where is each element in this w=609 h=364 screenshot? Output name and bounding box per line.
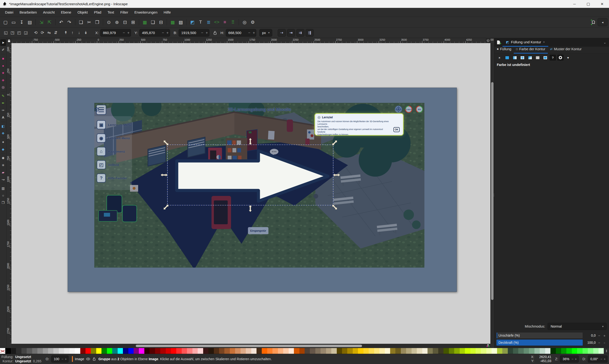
- palette-swatch[interactable]: [144, 348, 150, 354]
- palette-swatch[interactable]: [128, 348, 134, 354]
- create-clone-button[interactable]: ❑: [149, 18, 157, 26]
- palette-swatch[interactable]: [272, 348, 278, 354]
- opacity-value[interactable]: 100,0: [583, 341, 597, 344]
- palette-swatch[interactable]: [112, 348, 118, 354]
- height-increment[interactable]: +: [252, 31, 256, 35]
- palette-swatch[interactable]: [214, 348, 219, 354]
- rotate-cw-button[interactable]: ⟳: [39, 29, 46, 36]
- palette-swatch[interactable]: [11, 348, 16, 354]
- connector-tool[interactable]: ↝: [0, 176, 6, 183]
- palette-swatch[interactable]: [401, 348, 406, 354]
- menu-ansicht[interactable]: Ansicht: [40, 9, 58, 16]
- horizontal-scrollbar-thumb[interactable]: [136, 345, 362, 347]
- palette-swatch[interactable]: [107, 348, 112, 354]
- canvas-viewport[interactable]: 3D-Lernumgebung und Moodle ▣Lernraum-Men…: [12, 43, 490, 344]
- palette-swatch[interactable]: [422, 348, 427, 354]
- width-decrement[interactable]: −: [200, 31, 204, 35]
- menu-objekt[interactable]: Objekt: [74, 9, 91, 16]
- save-document-button[interactable]: ↧: [18, 18, 26, 26]
- palette-no-color[interactable]: [0, 348, 5, 354]
- palette-swatch[interactable]: [588, 348, 593, 354]
- calligraphy-tool[interactable]: ✑: [0, 107, 6, 114]
- palette-swatch[interactable]: [139, 348, 144, 354]
- palette-swatch[interactable]: [171, 348, 176, 354]
- snap-toggle-icon[interactable]: Ω: [592, 20, 595, 25]
- palette-swatch[interactable]: [395, 348, 401, 354]
- width-field-value[interactable]: 1919,500: [179, 31, 200, 35]
- minimize-button[interactable]: ─: [568, 0, 581, 8]
- palette-swatch[interactable]: [476, 348, 481, 354]
- opacity-increment[interactable]: +: [602, 341, 607, 345]
- linear-gradient-button[interactable]: [512, 55, 518, 61]
- palette-swatch[interactable]: [470, 348, 476, 354]
- palette-swatch[interactable]: [508, 348, 513, 354]
- palette-swatch[interactable]: [427, 348, 433, 354]
- x-field-value[interactable]: 860,979: [101, 31, 121, 35]
- pages-tool[interactable]: ❐: [0, 199, 6, 206]
- palette-swatch[interactable]: [32, 348, 37, 354]
- object-opacity-field[interactable]: 100 −+: [51, 355, 69, 363]
- palette-swatch[interactable]: [460, 348, 465, 354]
- blur-value[interactable]: 0,0: [583, 334, 597, 337]
- subtab-füllung[interactable]: ■Füllung: [494, 46, 514, 53]
- import-button[interactable]: ⇲: [37, 18, 45, 26]
- subtab-muster-der-kontur[interactable]: ⇄Muster der Kontur: [548, 46, 584, 53]
- palette-swatch[interactable]: [240, 348, 246, 354]
- x-increment[interactable]: +: [126, 31, 131, 35]
- width-increment[interactable]: +: [204, 31, 209, 35]
- deselect-button[interactable]: ◰: [16, 29, 22, 36]
- palette-swatch[interactable]: [390, 348, 395, 354]
- pen-tool[interactable]: ✒: [0, 100, 6, 106]
- vertical-scrollbar-thumb[interactable]: [491, 82, 493, 300]
- palette-swatch[interactable]: [64, 348, 69, 354]
- dropper-tool[interactable]: ✦: [0, 139, 6, 145]
- group-button[interactable]: ▩: [169, 18, 177, 26]
- tweak-tool[interactable]: ✱: [0, 155, 6, 161]
- palette-swatch[interactable]: [230, 348, 235, 354]
- palette-swatch[interactable]: [289, 348, 294, 354]
- raise-to-top-button[interactable]: ↟: [62, 29, 69, 36]
- redo-button[interactable]: ↷: [65, 18, 73, 26]
- palette-swatch[interactable]: [433, 348, 438, 354]
- palette-swatch[interactable]: [96, 348, 102, 354]
- color-management-icon[interactable]: [486, 344, 490, 348]
- palette-swatch[interactable]: [326, 348, 331, 354]
- palette-swatch[interactable]: [561, 348, 566, 354]
- horizontal-ruler[interactable]: -750-500-2500250500750100012501500175020…: [12, 38, 490, 43]
- palette-swatch[interactable]: [299, 348, 304, 354]
- menu-bearbeiten[interactable]: Bearbeiten: [16, 9, 40, 16]
- rotation-dec[interactable]: −: [600, 357, 603, 361]
- menu-hilfe[interactable]: Hilfe: [160, 9, 174, 16]
- scale-gradients-toggle-button[interactable]: ⇉: [296, 29, 304, 37]
- palette-swatch[interactable]: [53, 348, 59, 354]
- palette-swatch[interactable]: [246, 348, 251, 354]
- palette-swatch[interactable]: [5, 348, 11, 354]
- x-field[interactable]: 860,979 −+: [100, 29, 131, 37]
- palette-swatch[interactable]: [134, 348, 139, 354]
- palette-swatch[interactable]: [80, 348, 85, 354]
- image-object[interactable]: 3D-Lernumgebung und Moodle ▣Lernraum-Men…: [94, 103, 424, 268]
- palette-swatch[interactable]: [358, 348, 363, 354]
- palette-swatch[interactable]: [577, 348, 582, 354]
- opacity-dec[interactable]: −: [61, 357, 64, 361]
- palette-swatch[interactable]: [337, 348, 342, 354]
- y-increment[interactable]: +: [165, 31, 170, 35]
- palette-swatch[interactable]: [524, 348, 529, 354]
- palette-swatch[interactable]: [315, 348, 321, 354]
- print-button[interactable]: ▤: [26, 18, 34, 26]
- select-all-button[interactable]: ◱: [2, 29, 9, 36]
- palette-swatch[interactable]: [529, 348, 534, 354]
- rows-columns-button[interactable]: ⠿: [229, 18, 237, 26]
- ellipse-tool[interactable]: ●: [0, 62, 6, 69]
- pencil-tool[interactable]: ✎: [0, 93, 6, 99]
- layer-indicator[interactable]: Image: [72, 356, 96, 362]
- new-document-button[interactable]: ▢: [1, 18, 10, 26]
- palette-swatch[interactable]: [283, 348, 288, 354]
- y-field-value[interactable]: 495,870: [140, 31, 160, 35]
- rotation-field[interactable]: 0,00° −+: [588, 355, 608, 363]
- zoom-dec[interactable]: −: [571, 357, 574, 361]
- width-field[interactable]: 1919,500 −+: [179, 29, 209, 37]
- palette-swatch[interactable]: [310, 348, 315, 354]
- snapbar-collapse-button[interactable]: ◂: [597, 18, 608, 26]
- palette-swatch[interactable]: [497, 348, 502, 354]
